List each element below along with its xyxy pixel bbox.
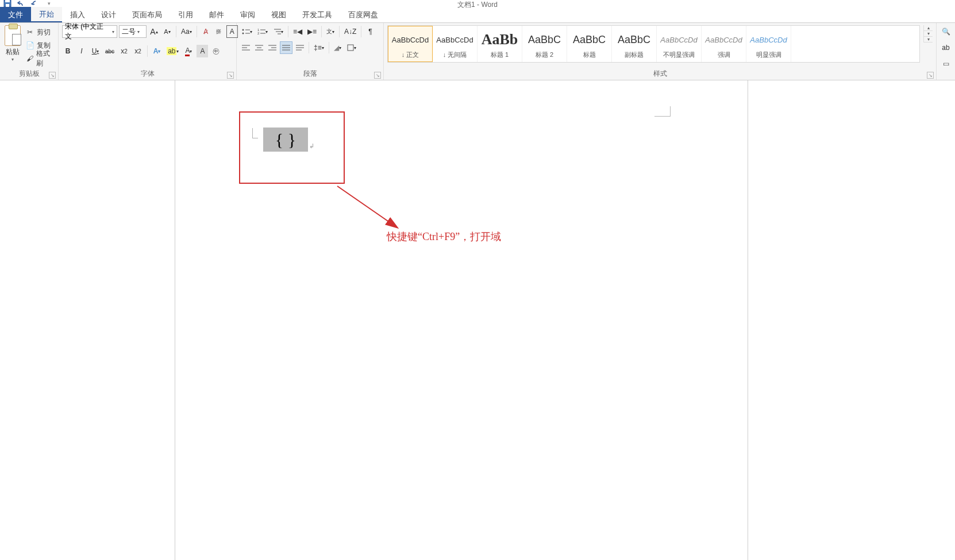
title-bar: ▾ 文档1 - Word — [0, 0, 955, 7]
find-button[interactable]: 🔍 — [940, 25, 952, 38]
sort-button[interactable]: A↓Z — [342, 25, 358, 38]
gallery-more-icon[interactable]: ▾ — [924, 37, 933, 43]
tab-insert[interactable]: 插入 — [62, 7, 93, 22]
clipboard-launcher[interactable]: ↘ — [49, 72, 56, 79]
justify-button[interactable] — [280, 41, 292, 54]
style-item-7[interactable]: AaBbCcDd强调 — [702, 26, 746, 62]
shading-button[interactable]: ◢▾ — [332, 41, 344, 54]
line-spacing-button[interactable]: ‡≡▾ — [312, 41, 326, 54]
style-item-6[interactable]: AaBbCcDd不明显强调 — [657, 26, 702, 62]
svg-rect-29 — [348, 45, 353, 51]
distribute-button[interactable] — [294, 41, 306, 54]
style-item-3[interactable]: AaBbC标题 2 — [522, 26, 567, 62]
style-name: ↓ 无间隔 — [443, 51, 467, 59]
svg-point-3 — [242, 29, 244, 31]
style-preview: AaBbCcDd — [705, 29, 742, 51]
tab-developer[interactable]: 开发工具 — [294, 7, 340, 22]
cut-label: 剪切 — [37, 28, 51, 37]
field-code-selection[interactable]: { } — [263, 128, 308, 152]
borders-button[interactable]: ▾ — [345, 41, 358, 54]
group-font: 宋体 (中文正文▾ 二号▾ A▴ A▾ Aa▾ A̷ 拼 A B I U▾ ab… — [59, 23, 237, 80]
show-marks-button[interactable]: ¶ — [364, 25, 376, 38]
style-preview: AaBbCcDd — [750, 29, 787, 51]
enclose-char-button[interactable]: ㊥ — [210, 45, 222, 57]
qat-customize-icon[interactable]: ▾ — [44, 0, 54, 7]
font-name-combo[interactable]: 宋体 (中文正文▾ — [62, 25, 117, 38]
tab-baidu[interactable]: 百度网盘 — [340, 7, 386, 22]
style-preview: AaBbC — [528, 29, 561, 51]
undo-icon[interactable] — [16, 0, 26, 7]
font-name-value: 宋体 (中文正文 — [65, 22, 110, 41]
grow-font-button[interactable]: A▴ — [148, 25, 160, 38]
highlight-button[interactable]: ab▾ — [165, 45, 180, 57]
style-item-0[interactable]: AaBbCcDd↓ 正文 — [388, 26, 433, 62]
style-item-1[interactable]: AaBbCcDd↓ 无间隔 — [433, 26, 478, 62]
gallery-scroll[interactable]: ▴ ▾ ▾ — [923, 25, 933, 43]
tab-mailings[interactable]: 邮件 — [201, 7, 232, 22]
tab-review[interactable]: 审阅 — [232, 7, 263, 22]
style-name: 标题 1 — [491, 51, 509, 59]
align-left-button[interactable] — [240, 41, 252, 54]
decrease-indent-button[interactable]: ≡◀ — [291, 25, 304, 38]
save-icon[interactable] — [2, 0, 13, 7]
cut-button[interactable]: ✂剪切 — [25, 26, 55, 38]
text-effects-button[interactable]: A▾ — [151, 45, 163, 57]
document-area[interactable]: { } ↲ 快捷键“Ctrl+F9”，打开域 — [0, 80, 955, 560]
replace-button[interactable]: ab — [940, 41, 952, 54]
redo-icon[interactable] — [30, 0, 40, 7]
char-border-button[interactable]: A — [226, 25, 238, 38]
tab-design[interactable]: 设计 — [93, 7, 124, 22]
group-clipboard: 粘贴 ▾ ✂剪切 📄复制 🖌格式刷 剪贴板 ↘ — [0, 23, 59, 80]
gallery-down-icon[interactable]: ▾ — [924, 31, 933, 37]
align-center-button[interactable] — [253, 41, 265, 54]
style-name: 标题 2 — [536, 51, 553, 59]
style-item-4[interactable]: AaBbC标题 — [567, 26, 612, 62]
svg-rect-1 — [5, 0, 10, 2]
phonetic-guide-button[interactable]: 拼 — [213, 25, 225, 38]
multilevel-button[interactable]: ▾ — [271, 25, 285, 38]
italic-button[interactable]: I — [76, 45, 87, 57]
superscript-button[interactable]: x2 — [132, 45, 144, 57]
tab-home[interactable]: 开始 — [31, 7, 62, 22]
clear-formatting-button[interactable]: A̷ — [200, 25, 211, 38]
styles-gallery: AaBbCcDd↓ 正文AaBbCcDd↓ 无间隔AaBb标题 1AaBbC标题… — [387, 25, 920, 63]
tab-layout[interactable]: 页面布局 — [124, 7, 170, 22]
font-size-combo[interactable]: 二号▾ — [119, 25, 147, 38]
style-name: 强调 — [718, 51, 730, 59]
style-name: ↓ 正文 — [402, 51, 419, 59]
align-right-button[interactable] — [267, 41, 278, 54]
tab-view[interactable]: 视图 — [263, 7, 294, 22]
style-item-8[interactable]: AaBbCcDd明显强调 — [746, 26, 791, 62]
underline-button[interactable]: U▾ — [90, 45, 101, 57]
format-painter-button[interactable]: 🖌格式刷 — [25, 53, 55, 64]
style-preview: AaBbC — [618, 29, 650, 51]
page[interactable]: { } ↲ 快捷键“Ctrl+F9”，打开域 — [175, 80, 748, 560]
shrink-font-button[interactable]: A▾ — [161, 25, 173, 38]
tab-references[interactable]: 引用 — [170, 7, 201, 22]
font-launcher[interactable]: ↘ — [227, 72, 234, 79]
increase-indent-button[interactable]: ▶≡ — [306, 25, 318, 38]
group-editing: 🔍 ab ▭ — [937, 23, 955, 80]
svg-text:2: 2 — [257, 32, 260, 35]
font-color-button[interactable]: A▾ — [183, 45, 194, 57]
select-button[interactable]: ▭ — [940, 57, 952, 70]
char-shading-button[interactable]: A — [197, 45, 208, 57]
subscript-button[interactable]: x2 — [118, 45, 130, 57]
style-item-2[interactable]: AaBb标题 1 — [478, 26, 522, 62]
bullets-button[interactable]: ▾ — [240, 25, 254, 38]
group-label-styles: 样式 — [387, 68, 933, 79]
bold-button[interactable]: B — [62, 45, 74, 57]
text-direction-button[interactable]: 文▾ — [325, 25, 336, 38]
style-item-5[interactable]: AaBbC副标题 — [612, 26, 657, 62]
quick-access-toolbar: ▾ — [0, 0, 54, 7]
strike-button[interactable]: abc — [103, 45, 116, 57]
margin-corner-tr — [654, 106, 671, 117]
change-case-button[interactable]: Aa▾ — [179, 25, 194, 38]
styles-launcher[interactable]: ↘ — [927, 72, 934, 79]
tab-file[interactable]: 文件 — [0, 7, 31, 22]
paste-button[interactable]: 粘贴 ▾ — [3, 25, 22, 62]
numbering-button[interactable]: 12▾ — [256, 25, 269, 38]
gallery-up-icon[interactable]: ▴ — [924, 25, 933, 31]
style-name: 副标题 — [625, 51, 644, 59]
paragraph-launcher[interactable]: ↘ — [374, 72, 381, 79]
